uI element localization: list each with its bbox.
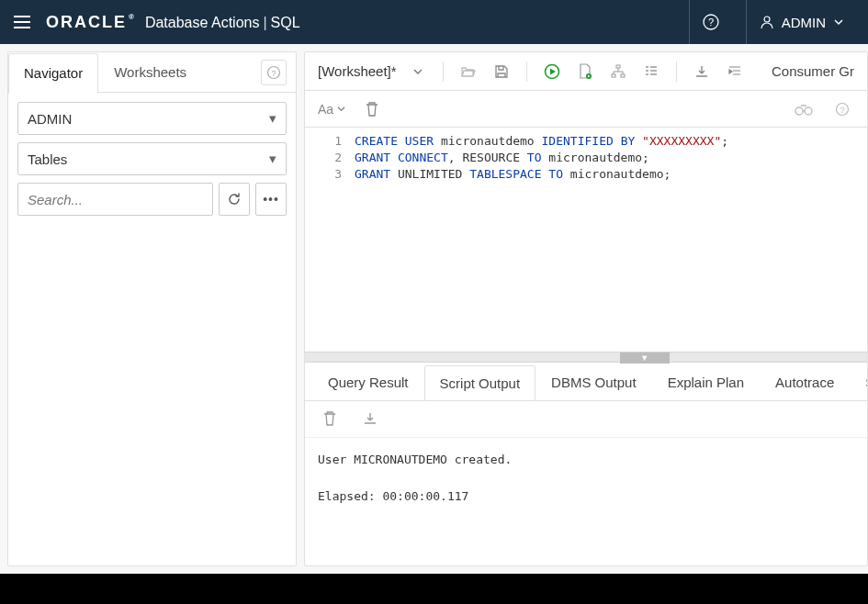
svg-text:?: ? — [271, 68, 276, 77]
clear-button[interactable] — [360, 97, 384, 121]
refresh-icon — [227, 192, 242, 207]
binoculars-icon — [795, 102, 813, 117]
find-button[interactable] — [792, 97, 816, 121]
results-tabs: Query ResultScript OutputDBMS OutputExpl… — [305, 363, 867, 401]
trash-icon — [365, 101, 379, 117]
worksheet-menu[interactable] — [406, 60, 430, 84]
download-button[interactable] — [690, 60, 714, 84]
main-panel: ◀ [Worksheet]* — [304, 51, 868, 566]
play-icon — [544, 63, 560, 80]
user-name: ADMIN — [782, 15, 826, 30]
save-button[interactable] — [490, 60, 513, 84]
consumer-group-label[interactable]: Consumer Gr — [772, 63, 854, 79]
worksheet-name: [Worksheet]* — [318, 63, 397, 79]
download-icon — [694, 64, 709, 79]
folder-open-icon — [460, 63, 477, 80]
schema-select[interactable]: ADMIN ▾ — [17, 102, 287, 135]
worksheet-toolbar: [Worksheet]* — [305, 52, 867, 91]
tree-icon — [611, 64, 626, 79]
oracle-logo: ORACLE® — [46, 13, 136, 32]
splitter-grip-icon: ▼ — [620, 352, 670, 364]
save-icon — [494, 64, 509, 79]
indent-icon — [727, 64, 742, 79]
app-header: ORACLE® Database Actions|SQL ? ADMIN — [0, 0, 868, 44]
download-icon — [363, 411, 378, 426]
user-icon — [760, 15, 774, 29]
schema-value: ADMIN — [28, 111, 72, 127]
autotrace-button[interactable] — [639, 60, 663, 84]
caret-down-icon — [337, 105, 345, 113]
refresh-button[interactable] — [219, 183, 250, 216]
splitter[interactable]: ▼ — [305, 352, 867, 363]
brand: ORACLE® Database Actions|SQL — [46, 13, 300, 32]
download-output-button[interactable] — [358, 407, 382, 431]
help-icon: ? — [835, 102, 850, 117]
svg-text:?: ? — [708, 17, 714, 28]
caret-down-icon — [413, 67, 423, 76]
caret-down-icon: ▾ — [269, 110, 276, 127]
svg-rect-8 — [612, 74, 615, 77]
trash-icon — [322, 410, 337, 427]
run-button[interactable] — [540, 60, 564, 84]
ellipsis-icon: ••• — [263, 193, 279, 206]
help-icon: ? — [266, 65, 281, 80]
search-input[interactable] — [17, 183, 213, 216]
svg-text:?: ? — [840, 105, 844, 114]
format-button[interactable] — [723, 60, 747, 84]
script-output-text: User MICRONAUTDEMO created. Elapsed: 00:… — [305, 438, 867, 565]
tab-navigator[interactable]: Navigator — [8, 53, 98, 94]
object-type-select[interactable]: Tables ▾ — [17, 142, 287, 175]
navigator-panel: Navigator Worksheets ? ADMIN ▾ Tables ▾ — [7, 51, 297, 566]
tab-worksheets[interactable]: Worksheets — [98, 52, 202, 93]
editor-help-button[interactable]: ? — [830, 97, 854, 121]
chevron-down-icon — [833, 17, 844, 28]
svg-rect-7 — [616, 65, 620, 68]
clear-output-button[interactable] — [318, 407, 342, 431]
editor-gutter: 123 — [305, 128, 355, 352]
sidebar-help-button[interactable]: ? — [261, 60, 287, 85]
help-button[interactable]: ? — [689, 0, 733, 44]
collapse-handle[interactable]: ◀ — [304, 287, 305, 331]
svg-point-2 — [764, 17, 770, 22]
object-type-value: Tables — [28, 151, 67, 167]
results-tab-query-result[interactable]: Query Result — [312, 364, 424, 400]
run-script-button[interactable] — [573, 60, 597, 84]
editor-code[interactable]: CREATE USER micronautdemo IDENTIFIED BY … — [355, 128, 728, 352]
more-button[interactable]: ••• — [255, 183, 287, 216]
help-icon: ? — [702, 13, 720, 31]
product-title: Database Actions|SQL — [145, 15, 300, 31]
menu-icon[interactable] — [11, 11, 33, 33]
explain-button[interactable] — [606, 60, 630, 84]
footer-bar — [0, 574, 868, 604]
font-size-menu[interactable]: Aa — [318, 102, 345, 117]
results-tab-dbms-output[interactable]: DBMS Output — [535, 364, 652, 400]
results-tab-autotrace[interactable]: Autotrace — [760, 364, 850, 400]
open-button[interactable] — [457, 60, 480, 84]
svg-point-10 — [795, 107, 803, 115]
user-menu[interactable]: ADMIN — [746, 0, 857, 44]
caret-down-icon: ▾ — [269, 151, 276, 167]
results-tab-explain-plan[interactable]: Explain Plan — [652, 364, 760, 400]
svg-point-11 — [805, 107, 812, 115]
results-tab-script-output[interactable]: Script Output — [424, 365, 536, 401]
editor-subtoolbar: Aa ? — [305, 91, 867, 128]
results-tab-sql-history[interactable]: SQL History — [850, 364, 867, 400]
sql-editor[interactable]: 123 CREATE USER micronautdemo IDENTIFIED… — [305, 128, 867, 352]
list-icon — [644, 64, 659, 79]
script-run-icon — [578, 63, 592, 80]
results-panel: Query ResultScript OutputDBMS OutputExpl… — [305, 363, 867, 565]
svg-rect-9 — [621, 74, 625, 77]
